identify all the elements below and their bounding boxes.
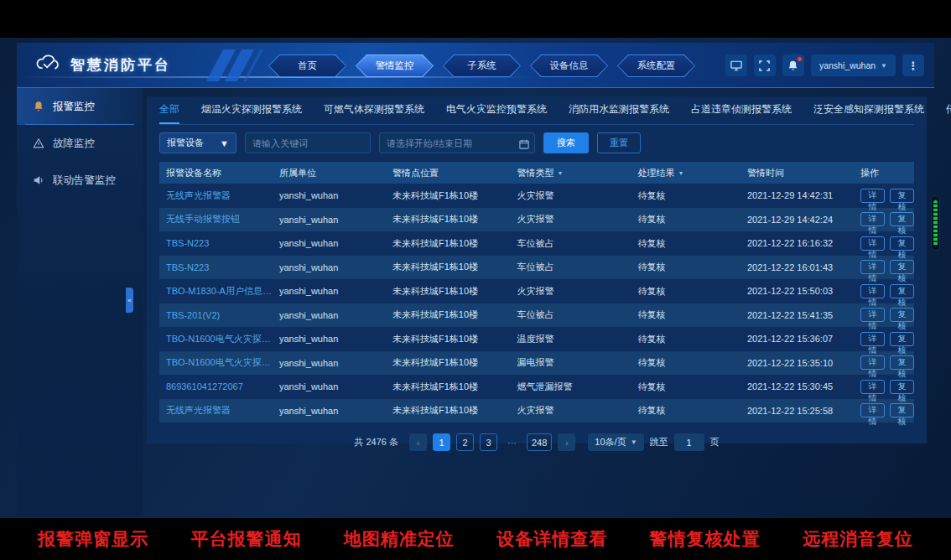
chevron-down-icon: ▼ — [881, 62, 887, 70]
detail-button[interactable]: 详情 — [860, 212, 885, 226]
nav-tab-alarm-monitor[interactable]: 警情监控 — [356, 54, 434, 77]
alarm-type-select-value: 报警设备 — [167, 137, 204, 149]
time-cell: 2021-12-22 16:01:43 — [741, 262, 854, 272]
screen-icon[interactable] — [725, 54, 747, 76]
location-cell: 未来科技城F1栋10楼 — [386, 356, 511, 369]
bell-icon[interactable] — [782, 54, 804, 76]
tab-combustible-gas[interactable]: 可燃气体探测报警系统 — [324, 102, 424, 124]
alarm-type-cell: 火灾报警 — [511, 404, 631, 417]
scrollbar-indicator[interactable] — [931, 195, 940, 251]
review-button[interactable]: 复核 — [890, 189, 914, 203]
nav-tab-home[interactable]: 首页 — [268, 54, 346, 77]
review-button[interactable]: 复核 — [890, 236, 914, 251]
tab-pan-safety[interactable]: 泛安全感知探测报警系统 — [813, 102, 924, 124]
reset-button[interactable]: 重置 — [597, 132, 641, 153]
review-button[interactable]: 复核 — [890, 355, 914, 370]
user-menu[interactable]: yanshi_wuhan ▼ — [811, 54, 896, 76]
chevron-down-icon: ▼ — [220, 138, 229, 148]
column-header-label: 处理结果 — [638, 167, 675, 179]
result-cell: 待复核 — [631, 356, 741, 369]
cloud-logo-icon — [35, 54, 62, 75]
table-header: 报警设备名称所属单位警情点位置警情类型▼处理结果▼警情时间操作 — [159, 162, 914, 184]
date-range-picker[interactable] — [379, 132, 535, 153]
column-header-label: 所属单位 — [279, 167, 316, 179]
detail-button[interactable]: 详情 — [860, 260, 885, 274]
detail-button[interactable]: 详情 — [860, 380, 885, 394]
detail-button[interactable]: 详情 — [860, 403, 885, 417]
location-cell: 未来科技城F1栋10楼 — [386, 213, 511, 226]
jump-page-input[interactable] — [674, 433, 704, 451]
review-button[interactable]: 复核 — [890, 380, 914, 394]
device-name-link[interactable]: TBS-201(V2) — [159, 310, 273, 320]
nav-tab-bg: 首页 — [269, 55, 346, 76]
page-button-3[interactable]: 3 — [480, 433, 497, 451]
device-name-link[interactable]: 869361041272067 — [159, 381, 273, 391]
table-row: TBO-M1830-A用户信息传输系统(外部化)yanshi_wuhan未来科技… — [159, 279, 914, 303]
tab-fire-water[interactable]: 消防用水监测报警系统 — [569, 102, 669, 124]
review-button[interactable]: 复核 — [890, 284, 914, 298]
date-range-input[interactable] — [379, 132, 535, 153]
more-icon[interactable]: ⋮ — [902, 54, 924, 76]
keyword-input[interactable] — [245, 132, 371, 153]
location-cell: 未来科技城F1栋10楼 — [386, 261, 511, 273]
sidebar-collapse-handle[interactable]: « — [126, 288, 133, 313]
prev-page-button[interactable]: ‹ — [409, 433, 427, 451]
tab-all[interactable]: 全部 — [159, 102, 179, 124]
nav-tab-system-config[interactable]: 系统配置 — [617, 54, 695, 77]
device-name-link[interactable]: TBO-N1600电气火灾探测器-1 — [159, 333, 273, 345]
row-actions: 详情复核 — [854, 308, 914, 322]
detail-button[interactable]: 详情 — [860, 308, 885, 322]
row-actions: 详情复核 — [854, 189, 914, 203]
search-button[interactable]: 搜索 — [543, 132, 589, 153]
device-name-link[interactable]: 无线手动报警按钮 — [159, 213, 273, 226]
device-name-link[interactable]: TBO-N1600电气火灾探测器-1 — [159, 356, 273, 369]
review-button[interactable]: 复核 — [890, 332, 914, 346]
page-size-select[interactable]: 10条/页 ▼ — [588, 433, 643, 451]
header-actions: yanshi_wuhan ▼ ⋮ — [725, 54, 924, 76]
table-row: TBO-N1600电气火灾探测器-1yanshi_wuhan未来科技城F1栋10… — [159, 351, 914, 376]
sidebar-item-label: 报警监控 — [53, 100, 95, 114]
sidebar-item-alarm-monitor[interactable]: 报警监控 — [17, 88, 143, 125]
detail-button[interactable]: 详情 — [860, 355, 885, 370]
page-button-248[interactable]: 248 — [527, 433, 552, 451]
device-name-link[interactable]: 无线声光报警器 — [159, 404, 273, 417]
sidebar-item-fault-monitor[interactable]: 故障监控 — [17, 125, 143, 162]
detail-button[interactable]: 详情 — [860, 189, 885, 203]
column-header: 所属单位 — [273, 167, 386, 179]
next-page-button[interactable]: › — [558, 433, 575, 451]
alarm-type-select[interactable]: 报警设备 ▼ — [159, 132, 236, 153]
tab-road-occupation[interactable]: 占道违章侦测报警系统 — [691, 102, 792, 124]
review-button[interactable]: 复核 — [890, 260, 914, 274]
detail-button[interactable]: 详情 — [860, 236, 885, 251]
unit-cell: yanshi_wuhan — [273, 406, 386, 416]
tab-traditional-fire[interactable]: 传统消防接入报警系统 — [946, 102, 951, 124]
unit-cell: yanshi_wuhan — [273, 238, 386, 248]
detail-button[interactable]: 详情 — [860, 284, 885, 298]
review-button[interactable]: 复核 — [890, 212, 914, 226]
nav-tab-subsystem[interactable]: 子系统 — [443, 54, 521, 77]
nav-tab-device-info[interactable]: 设备信息 — [530, 54, 608, 77]
tab-smoke-temp-fire[interactable]: 烟温火灾探测报警系统 — [201, 102, 302, 124]
feature-caption: 平台报警通知 — [190, 527, 301, 551]
filter-icon[interactable]: ▼ — [678, 170, 684, 176]
time-cell: 2021-12-29 14:42:24 — [741, 215, 854, 225]
review-button[interactable]: 复核 — [890, 308, 914, 322]
detail-button[interactable]: 详情 — [860, 332, 885, 346]
fullscreen-icon[interactable] — [754, 54, 776, 76]
page-button-2[interactable]: 2 — [456, 433, 474, 451]
device-name-link[interactable]: 无线声光报警器 — [159, 189, 273, 202]
device-name-link[interactable]: TBS-N223 — [159, 262, 273, 272]
tab-electrical-fire[interactable]: 电气火灾监控预警系统 — [446, 102, 547, 124]
result-cell: 待复核 — [631, 309, 741, 321]
page-button-1[interactable]: 1 — [433, 433, 450, 451]
sidebar-item-linkage-alarm-monitor[interactable]: 联动告警监控 — [17, 162, 143, 199]
nav-tab-bg: 子系统 — [444, 55, 520, 76]
device-name-link[interactable]: TBS-N223 — [159, 238, 273, 248]
device-name-link[interactable]: TBO-M1830-A用户信息传输系统(外部化) — [159, 285, 273, 298]
column-header: 报警设备名称 — [159, 167, 273, 179]
review-button[interactable]: 复核 — [890, 403, 914, 417]
filter-icon[interactable]: ▼ — [558, 170, 564, 176]
location-cell: 未来科技城F1栋10楼 — [386, 309, 511, 321]
location-cell: 未来科技城F1栋10楼 — [386, 189, 511, 202]
column-header-label: 操作 — [860, 167, 879, 179]
